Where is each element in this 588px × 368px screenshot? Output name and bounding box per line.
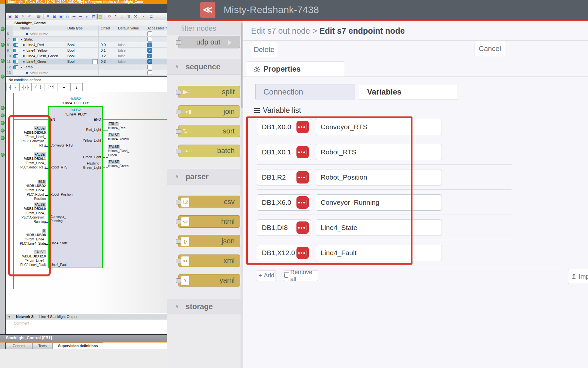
search-input[interactable]: [180, 24, 237, 33]
accessible-checkbox[interactable]: ✓: [147, 54, 152, 58]
palette-node-join[interactable]: ∷▸▮ join: [178, 105, 240, 118]
pin-line4-fault[interactable]: Line4_Fault: [50, 263, 67, 267]
comment-placeholder[interactable]: Comment: [6, 320, 167, 327]
node-port[interactable]: [176, 200, 181, 204]
add-button[interactable]: +Add: [257, 270, 276, 281]
import-icon[interactable]: ⇥: [71, 14, 77, 19]
palette-node-udp-out[interactable]: udp out: [178, 36, 240, 48]
accessible-checkbox[interactable]: [147, 70, 152, 75]
col-name[interactable]: Name: [19, 26, 65, 31]
close-branch-icon[interactable]: ↥: [70, 83, 83, 91]
operand-line4-red[interactable]: TRUE #Line4_Red: [108, 122, 150, 130]
breadcrumb[interactable]: Stacklight_PLC ▶ PLC_1 [CPU 1212C AC/DC/…: [6, 0, 167, 4]
operand-line4-green[interactable]: FALSE #Line4_Green: [108, 160, 150, 168]
pin-yellow-light[interactable]: Yellow_Light: [83, 139, 101, 142]
keep-values-icon[interactable]: ▦: [36, 14, 42, 19]
import-button[interactable]: ↥Imp: [568, 269, 588, 284]
normally-open-contact-icon[interactable]: ┤ ├: [7, 83, 19, 91]
delete-row-icon[interactable]: ⊠: [14, 14, 19, 19]
fb-block[interactable]: %FB2 "Line4_PLC" EN ENO Conveyor_RTS Rob…: [48, 106, 103, 268]
node-port[interactable]: [176, 40, 181, 45]
expander-icon[interactable]: ▼: [20, 38, 23, 41]
node-port[interactable]: [176, 149, 181, 153]
pin-conveyor-running-1[interactable]: Conveyor_: [50, 215, 66, 219]
jump-icon[interactable]: ⇐: [142, 14, 147, 19]
rename-tag-icon[interactable]: ✐: [27, 14, 32, 19]
palette-node-split[interactable]: ▮▸∷ split: [178, 86, 240, 98]
table-row[interactable]: 10 Line4_Flash_Green Bool 0.2 false ✓: [6, 53, 167, 59]
collapse-all-icon[interactable]: ⊞: [58, 14, 64, 19]
node-port[interactable]: [176, 259, 181, 263]
palette-node-batch[interactable]: ∷▸∷ batch: [178, 145, 240, 157]
pin-robot-position[interactable]: Robot_Position: [50, 193, 73, 196]
pin-red-light[interactable]: Red_Light: [86, 128, 101, 131]
pin-flashing-green-2[interactable]: Green_Light: [83, 166, 101, 169]
node-port[interactable]: [176, 219, 181, 224]
insert-row-icon[interactable]: ⊞: [7, 14, 13, 19]
node-port[interactable]: [176, 129, 181, 134]
tab-connection[interactable]: Connection: [255, 84, 355, 99]
node-port[interactable]: [176, 239, 181, 244]
chevron-down-icon[interactable]: ∨: [175, 63, 179, 69]
export-icon[interactable]: ⇤: [78, 14, 83, 19]
tab-general[interactable]: General: [6, 342, 32, 349]
table-row-selected[interactable]: 11 Line4_Green Bool 0.3 false ✓: [6, 59, 167, 64]
pin-flashing-green-1[interactable]: Flashing_: [87, 162, 101, 165]
palette-node-csv[interactable]: 1,2 csv: [178, 196, 240, 208]
delete-button[interactable]: Delete: [251, 42, 277, 57]
network-2-header[interactable]: ▼ Network 2: Line 4 Stacklight Output: [6, 314, 167, 320]
breadcrumb-parent[interactable]: Edit s7 out node: [251, 26, 310, 35]
open-branch-icon[interactable]: →: [58, 83, 70, 91]
col-datatype[interactable]: Data type: [65, 26, 99, 31]
palette-section-parser[interactable]: ∨ parser: [167, 169, 243, 184]
tab-variables[interactable]: Variables: [359, 84, 458, 99]
accessible-checkbox[interactable]: ✓: [147, 48, 152, 53]
properties-tab[interactable]: Properties: [247, 61, 344, 77]
operand-line4-yellow[interactable]: FALSE #Line4_Yellow: [108, 133, 150, 141]
palette-node-sort[interactable]: ⇅ sort: [178, 125, 240, 137]
node-port[interactable]: [176, 110, 181, 114]
coil-icon[interactable]: ( ): [32, 83, 44, 91]
tab-texts[interactable]: Texts: [32, 342, 53, 349]
monitor-icon[interactable]: ⊡: [91, 14, 96, 19]
expander-icon[interactable]: ▼: [20, 66, 23, 68]
palette-section-storage[interactable]: ∨ storage: [167, 299, 243, 314]
empty-box-icon[interactable]: ??: [45, 83, 57, 91]
accessible-checkbox[interactable]: [147, 31, 152, 36]
list-icon[interactable]: ≣: [148, 14, 154, 19]
collapse-triangle-icon[interactable]: ▼: [8, 316, 10, 319]
pin-green-light[interactable]: Green_Light: [83, 155, 101, 159]
col-accessible[interactable]: Accessible f...: [144, 26, 167, 31]
table-row[interactable]: 9 Line4_Yellow Bool 0.1 false ✓: [6, 48, 167, 53]
palette-node-json[interactable]: {} json: [178, 235, 240, 247]
pin-robot-rts[interactable]: Robot_RTS: [50, 166, 67, 169]
tab-supervision-definitions[interactable]: Supervision definitions: [53, 342, 103, 349]
chevron-down-icon[interactable]: ∨: [175, 303, 179, 309]
stop-error-icon[interactable]: ↻: [113, 14, 119, 19]
upload-icon[interactable]: ⇈: [126, 14, 132, 19]
reset-error-icon[interactable]: ↺: [107, 14, 112, 19]
chevron-down-icon[interactable]: ∨: [175, 173, 179, 179]
pin-conveyor-running-2[interactable]: Running: [50, 219, 62, 223]
accessible-checkbox[interactable]: [147, 37, 152, 42]
palette-node-xml[interactable]: <> xml: [178, 254, 240, 267]
pin-line4-state[interactable]: Line4_State: [50, 241, 68, 245]
comment-icon[interactable]: ◻: [65, 14, 70, 19]
datatype-dropdown-button[interactable]: [92, 59, 98, 64]
table-row[interactable]: 12 ▼Temp: [6, 64, 167, 70]
palette-section-sequence[interactable]: ∨ sequence: [167, 59, 243, 75]
pin-conveyor-rts[interactable]: Conveyor_RTS: [50, 144, 73, 147]
table-row[interactable]: 7 ▼Static: [6, 37, 167, 42]
sort-icon[interactable]: ≡: [45, 14, 51, 19]
download-icon[interactable]: ⇊: [120, 14, 125, 19]
table-row[interactable]: 13 <Add new>: [6, 70, 167, 76]
expand-all-icon[interactable]: ⊟: [52, 14, 57, 19]
table-row[interactable]: 6 <Add new>: [6, 31, 167, 37]
remove-all-button[interactable]: Remove all: [284, 270, 318, 281]
col-offset[interactable]: Offset: [99, 26, 116, 31]
col-default[interactable]: Default value: [116, 26, 144, 31]
normally-closed-contact-icon[interactable]: ┤/├: [19, 83, 32, 91]
operand-line4-flash-green[interactable]: FALSE #Line4_Flash_ Green: [108, 145, 150, 157]
palette-node-html[interactable]: <> html: [178, 215, 240, 228]
node-port[interactable]: [176, 90, 181, 95]
